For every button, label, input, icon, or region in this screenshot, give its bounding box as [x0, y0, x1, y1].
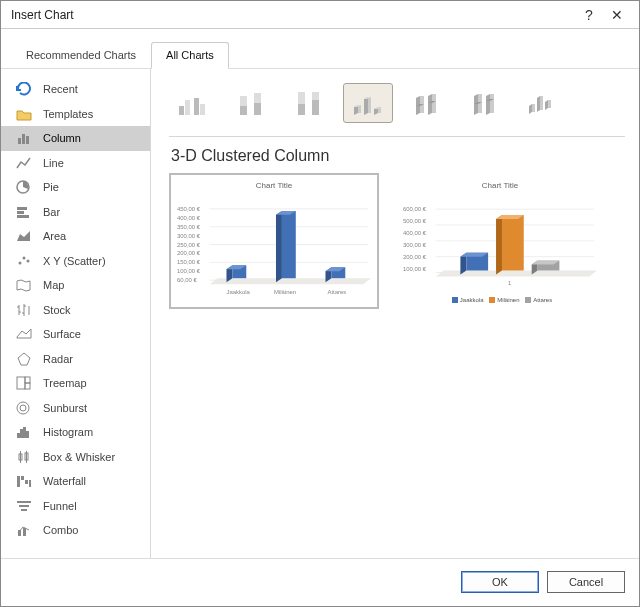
sidebar-item-combo[interactable]: Combo — [1, 518, 150, 543]
sidebar-item-templates[interactable]: Templates — [1, 102, 150, 127]
histogram-chart-icon — [15, 424, 33, 440]
titlebar: Insert Chart ? ✕ — [1, 1, 639, 29]
subtype-3d-clustered-column[interactable] — [343, 83, 393, 123]
sidebar-item-radar[interactable]: Radar — [1, 347, 150, 372]
svg-rect-4 — [17, 207, 27, 210]
sidebar-item-label: Histogram — [43, 426, 93, 438]
preview-1-plot: 450,00 € 400,00 € 350,00 € 300,00 € 250,… — [175, 194, 373, 303]
sidebar-item-box-whisker[interactable]: Box & Whisker — [1, 445, 150, 470]
sidebar-item-scatter[interactable]: X Y (Scatter) — [1, 249, 150, 274]
sidebar-item-label: Funnel — [43, 500, 77, 512]
svg-text:600,00 €: 600,00 € — [403, 206, 427, 212]
preview-2[interactable]: Chart Title 600,00 € 500,00 € 400,00 € 3… — [395, 173, 605, 309]
legend-swatch-1 — [452, 297, 458, 303]
sidebar-item-recent[interactable]: Recent — [1, 77, 150, 102]
bar-chart-icon — [15, 204, 33, 220]
svg-text:150,00 €: 150,00 € — [177, 259, 201, 265]
svg-text:300,00 €: 300,00 € — [403, 242, 427, 248]
svg-text:500,00 €: 500,00 € — [403, 218, 427, 224]
sidebar-item-sunburst[interactable]: Sunburst — [1, 396, 150, 421]
sidebar-item-pie[interactable]: Pie — [1, 175, 150, 200]
subtype-stacked-column[interactable] — [227, 83, 277, 123]
svg-rect-26 — [25, 480, 28, 484]
svg-rect-1 — [22, 134, 25, 144]
funnel-chart-icon — [15, 498, 33, 514]
subtype-clustered-column[interactable] — [169, 83, 219, 123]
close-button[interactable]: ✕ — [603, 1, 631, 29]
sidebar-item-label: Box & Whisker — [43, 451, 115, 463]
sidebar-item-stock[interactable]: Stock — [1, 298, 150, 323]
sidebar-item-funnel[interactable]: Funnel — [1, 494, 150, 519]
insert-chart-dialog: Insert Chart ? ✕ Recommended Charts All … — [0, 0, 640, 607]
treemap-chart-icon — [15, 375, 33, 391]
subtype-3d-stacked-column[interactable] — [401, 83, 451, 123]
tabs: Recommended Charts All Charts — [1, 29, 639, 69]
subtype-100-stacked-column[interactable] — [285, 83, 335, 123]
svg-text:250,00 €: 250,00 € — [177, 242, 201, 248]
sidebar-item-map[interactable]: Map — [1, 273, 150, 298]
sidebar-item-waterfall[interactable]: Waterfall — [1, 469, 150, 494]
sidebar-item-treemap[interactable]: Treemap — [1, 371, 150, 396]
legend-label-3: Attares — [533, 297, 552, 303]
svg-rect-42 — [298, 104, 305, 115]
sidebar-item-line[interactable]: Line — [1, 151, 150, 176]
chart-previews: Chart Title 450,00 € 400,00 € 350,00 € 3… — [169, 173, 625, 309]
sidebar-item-column[interactable]: Column — [1, 126, 150, 151]
stock-chart-icon — [15, 302, 33, 318]
svg-rect-35 — [194, 98, 199, 115]
cancel-button[interactable]: Cancel — [547, 571, 625, 593]
svg-rect-25 — [21, 476, 24, 480]
subtype-3d-100-stacked[interactable] — [459, 83, 509, 123]
sidebar-item-label: Map — [43, 279, 64, 291]
sidebar-item-label: Recent — [43, 83, 78, 95]
svg-rect-27 — [29, 480, 31, 487]
sidebar-item-histogram[interactable]: Histogram — [1, 420, 150, 445]
svg-text:400,00 €: 400,00 € — [177, 215, 201, 221]
svg-rect-28 — [17, 501, 31, 503]
svg-rect-11 — [17, 377, 25, 389]
scatter-chart-icon — [15, 253, 33, 269]
sidebar-item-label: X Y (Scatter) — [43, 255, 106, 267]
svg-rect-33 — [179, 106, 184, 115]
sidebar-item-surface[interactable]: Surface — [1, 322, 150, 347]
tab-recommended-charts[interactable]: Recommended Charts — [11, 42, 151, 69]
ok-button[interactable]: OK — [461, 571, 539, 593]
surface-chart-icon — [15, 326, 33, 342]
sidebar-item-label: Treemap — [43, 377, 87, 389]
svg-rect-6 — [17, 215, 29, 218]
sidebar-item-label: Line — [43, 157, 64, 169]
svg-rect-44 — [312, 100, 319, 115]
svg-rect-30 — [21, 509, 27, 511]
legend-label-1: Jaakkola — [460, 297, 484, 303]
svg-rect-18 — [23, 427, 26, 438]
sidebar-item-area[interactable]: Area — [1, 224, 150, 249]
svg-rect-36 — [200, 104, 205, 115]
svg-text:350,00 €: 350,00 € — [177, 224, 201, 230]
help-button[interactable]: ? — [575, 1, 603, 29]
svg-point-9 — [27, 259, 30, 262]
svg-rect-16 — [17, 433, 20, 438]
svg-text:Attares: Attares — [327, 289, 346, 295]
combo-chart-icon — [15, 522, 33, 538]
sidebar-item-label: Pie — [43, 181, 59, 193]
preview-2-plot: 600,00 € 500,00 € 400,00 € 300,00 € 200,… — [401, 194, 599, 294]
tab-all-charts[interactable]: All Charts — [151, 42, 229, 69]
column-chart-icon — [15, 130, 33, 146]
recent-icon — [15, 81, 33, 97]
svg-rect-34 — [185, 100, 190, 115]
svg-text:60,00 €: 60,00 € — [177, 277, 198, 283]
subtype-3d-column[interactable] — [517, 83, 567, 123]
svg-rect-19 — [26, 431, 29, 438]
preview-1[interactable]: Chart Title 450,00 € 400,00 € 350,00 € 3… — [169, 173, 379, 309]
svg-point-8 — [23, 256, 26, 259]
sidebar-item-bar[interactable]: Bar — [1, 200, 150, 225]
preview-2-title: Chart Title — [401, 179, 599, 194]
svg-text:100,00 €: 100,00 € — [177, 268, 201, 274]
svg-text:400,00 €: 400,00 € — [403, 230, 427, 236]
dialog-footer: OK Cancel — [1, 558, 639, 606]
legend-swatch-3 — [525, 297, 531, 303]
svg-text:1: 1 — [508, 280, 512, 286]
subtype-row — [169, 79, 625, 137]
svg-text:300,00 €: 300,00 € — [177, 233, 201, 239]
preview-1-title: Chart Title — [175, 179, 373, 194]
